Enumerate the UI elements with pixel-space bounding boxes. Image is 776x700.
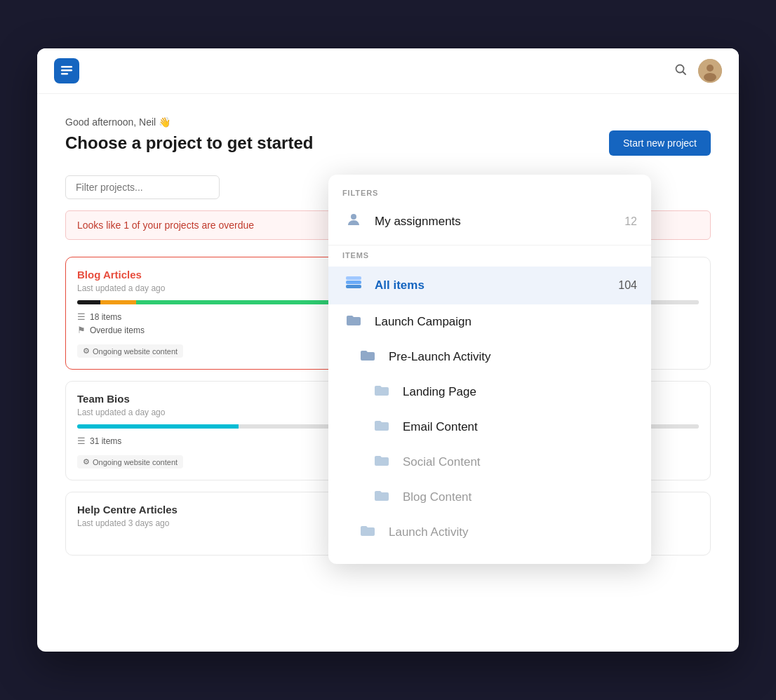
svg-rect-11 [346, 276, 361, 280]
project-meta: ☰ 31 items [77, 436, 370, 446]
app-window: Good afternoon, Neil 👋 Choose a project … [37, 48, 739, 652]
item-label-pre-launch-activity: Pre-Launch Activity [389, 350, 637, 364]
svg-rect-0 [61, 66, 72, 68]
svg-point-6 [707, 65, 714, 72]
list-icon: ☰ [77, 436, 86, 446]
search-icon[interactable] [674, 63, 687, 79]
progress-bar [77, 300, 370, 304]
dropdown-item-landing-page[interactable]: Landing Page [328, 375, 651, 410]
person-icon [342, 211, 365, 232]
project-tag: ⚙ Ongoing website content [77, 344, 183, 358]
folder-icon [342, 311, 365, 332]
filters-section-label: FILTERS [328, 189, 651, 204]
item-label-blog-content: Blog Content [403, 490, 637, 504]
dropdown-item-all-items[interactable]: All items 104 [328, 267, 651, 304]
start-new-project-button[interactable]: Start new project [609, 130, 711, 156]
folder-icon [356, 346, 379, 368]
project-meta: ☰ 18 items ⚑ Overdue items [77, 311, 370, 335]
svg-point-3 [676, 65, 684, 72]
dropdown-item-email-content[interactable]: Email Content [328, 410, 651, 445]
project-name: Team Bios [77, 393, 370, 405]
project-updated: Last updated a day ago [77, 408, 370, 417]
project-name: Help Centre Articles [77, 504, 370, 516]
item-label-launch-campaign: Launch Campaign [375, 315, 637, 329]
avatar[interactable] [698, 59, 722, 83]
list-icon: ☰ [77, 311, 86, 322]
svg-rect-9 [346, 285, 361, 288]
item-count-all-items: 104 [618, 279, 637, 292]
greeting: Good afternoon, Neil 👋 [65, 116, 711, 128]
gear-icon: ⚙ [83, 457, 90, 466]
items-section-label: ITEMS [328, 251, 651, 267]
filter-dropdown: FILTERS My assignments 12 ITEMS All item… [328, 175, 651, 564]
header-right [674, 59, 722, 83]
project-name: Blog Articles [77, 269, 370, 281]
folder-light-icon [370, 417, 393, 438]
svg-point-7 [704, 73, 716, 81]
overdue-label: ⚑ Overdue items [77, 325, 370, 335]
folder-light-icon [370, 452, 393, 473]
header [37, 48, 739, 94]
item-label-launch-activity: Launch Activity [389, 525, 637, 539]
svg-point-8 [351, 214, 356, 220]
folder-light-icon [370, 487, 393, 508]
item-label-all-items: All items [375, 278, 608, 292]
gear-icon: ⚙ [83, 346, 90, 356]
progress-bar [77, 424, 370, 429]
svg-rect-2 [61, 73, 68, 75]
my-assignments-count: 12 [624, 215, 637, 228]
dropdown-item-blog-content[interactable]: Blog Content [328, 480, 651, 515]
dropdown-item-social-content[interactable]: Social Content [328, 445, 651, 480]
dropdown-item-launch-activity[interactable]: Launch Activity [328, 515, 651, 550]
dropdown-item-launch-campaign[interactable]: Launch Campaign [328, 304, 651, 339]
stack-icon [342, 274, 365, 297]
svg-rect-10 [346, 281, 361, 284]
my-assignments-item[interactable]: My assignments 12 [328, 204, 651, 239]
item-label-email-content: Email Content [403, 420, 637, 434]
dropdown-item-pre-launch-activity[interactable]: Pre-Launch Activity [328, 339, 651, 375]
svg-line-4 [683, 72, 686, 74]
page-title: Choose a project to get started [65, 133, 313, 153]
my-assignments-label: My assignments [375, 215, 615, 229]
item-label-social-content: Social Content [403, 455, 637, 469]
project-tag: ⚙ Ongoing website content [77, 455, 183, 469]
svg-rect-1 [61, 69, 72, 72]
items-count: ☰ 18 items [77, 311, 370, 322]
items-count: ☰ 31 items [77, 436, 370, 446]
item-label-landing-page: Landing Page [403, 385, 637, 399]
warning-icon: ⚑ [77, 325, 86, 335]
dropdown-divider [328, 245, 651, 245]
project-updated: Last updated a day ago [77, 283, 370, 293]
folder-light-icon [356, 522, 379, 543]
folder-light-icon [370, 382, 393, 403]
app-logo[interactable] [54, 58, 79, 83]
filter-input[interactable] [65, 175, 220, 199]
project-updated: Last updated 3 days ago [77, 518, 370, 528]
